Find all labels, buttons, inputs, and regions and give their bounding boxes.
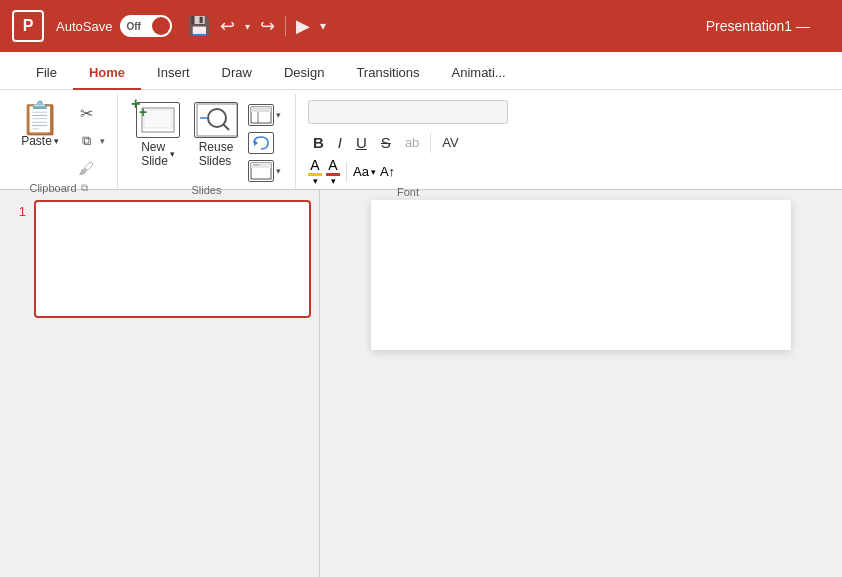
layout-svg [250, 106, 272, 124]
strikethrough-button[interactable]: S [376, 132, 396, 153]
svg-rect-1 [144, 110, 172, 128]
shadow-button[interactable]: ab [400, 133, 424, 152]
new-slide-dropdown-icon: ▾ [170, 149, 175, 159]
layout-buttons: ▾ ═══ [246, 98, 283, 184]
toggle-off-label: Off [126, 21, 140, 32]
save-icon[interactable]: 💾 [188, 15, 210, 37]
reuse-slides-svg [195, 102, 237, 138]
document-title: Presentation1 — [706, 18, 810, 34]
new-slide-icon: + [136, 102, 180, 138]
ribbon-content: 📋 Paste ▾ ✂ ⧉ ▾ 🖌 Cli [0, 90, 842, 190]
font-color-icon: A [328, 157, 337, 173]
section-svg: ═══ [250, 162, 272, 180]
autosave-label: AutoSave [56, 19, 112, 34]
font-group-label: Font Font [308, 186, 508, 200]
new-slide-button[interactable]: + NewSlide ▾ [130, 98, 186, 172]
slides-group: + NewSlide ▾ [118, 94, 296, 189]
section-button[interactable]: ═══ ▾ [246, 158, 283, 184]
undo-icon[interactable]: ↩ [220, 15, 235, 37]
font-color-button[interactable]: A ▾ [326, 157, 340, 186]
font-group: B I U S ab AV A ▾ A ▾ [296, 94, 520, 189]
increase-font-button[interactable]: A↑ [380, 164, 395, 179]
toolbar-separator [285, 16, 286, 36]
quick-access-toolbar: 💾 ↩ ▾ ↪ ▶ ▾ [188, 15, 326, 37]
font-buttons-row2: A ▾ A ▾ Aa ▾ A↑ [308, 157, 508, 186]
tab-home[interactable]: Home [73, 57, 141, 90]
slide-number: 1 [8, 200, 26, 219]
font-search-bar[interactable] [308, 100, 508, 124]
reuse-slides-button[interactable]: ReuseSlides [188, 98, 244, 172]
copy-icon: ⧉ [72, 128, 100, 154]
reuse-slides-label: ReuseSlides [199, 140, 234, 168]
paste-dropdown-icon: ▾ [54, 136, 59, 146]
font-size-dropdown-icon: ▾ [371, 167, 376, 177]
reset-svg [250, 134, 272, 152]
cut-icon: ✂ [72, 100, 100, 126]
paste-button[interactable]: 📋 Paste ▾ [12, 98, 68, 152]
clipboard-buttons: 📋 Paste ▾ ✂ ⧉ ▾ 🖌 [12, 98, 105, 182]
autosave-toggle[interactable]: Off [120, 15, 172, 37]
slides-group-label: Slides [130, 184, 283, 198]
char-spacing-button[interactable]: AV [437, 133, 463, 152]
reset-icon [248, 132, 274, 154]
undo-dropdown-icon[interactable]: ▾ [245, 21, 250, 32]
clipboard-small-buttons: ✂ ⧉ ▾ 🖌 [72, 98, 105, 182]
layout-icon [248, 104, 274, 126]
tab-insert[interactable]: Insert [141, 57, 206, 90]
layout-button[interactable]: ▾ [246, 102, 283, 128]
customize-qat-icon[interactable]: ▾ [320, 19, 326, 33]
tab-transitions[interactable]: Transitions [340, 57, 435, 90]
section-dropdown-icon: ▾ [276, 166, 281, 176]
font-separator-1 [430, 133, 431, 153]
layout-dropdown-icon: ▾ [276, 110, 281, 120]
slides-buttons: + NewSlide ▾ [130, 98, 283, 184]
font-size-icon: Aa [353, 164, 369, 179]
section-icon: ═══ [248, 160, 274, 182]
format-painter-icon: 🖌 [78, 160, 94, 178]
copy-dropdown-icon[interactable]: ▾ [100, 136, 105, 146]
redo-icon[interactable]: ↪ [260, 15, 275, 37]
increase-font-icon: A↑ [380, 164, 395, 179]
font-color-dropdown-icon: ▾ [331, 176, 336, 186]
italic-button[interactable]: I [333, 132, 347, 153]
cut-button[interactable]: ✂ [72, 100, 105, 126]
main-area: 1 [0, 190, 842, 577]
slide-panel: 1 [0, 190, 320, 577]
slide-canvas[interactable] [371, 200, 791, 350]
font-buttons: B I U S ab AV [308, 132, 508, 153]
tab-design[interactable]: Design [268, 57, 340, 90]
format-painter-button[interactable]: 🖌 [72, 156, 100, 182]
title-bar: P AutoSave Off 💾 ↩ ▾ ↪ ▶ ▾ Presentation1… [0, 0, 842, 52]
tab-animations[interactable]: Animati... [436, 57, 522, 90]
present-icon[interactable]: ▶ [296, 15, 310, 37]
bold-button[interactable]: B [308, 132, 329, 153]
toggle-knob [152, 17, 170, 35]
paste-label: Paste ▾ [21, 134, 59, 148]
paste-icon: 📋 [20, 102, 60, 134]
reset-button[interactable] [246, 130, 283, 156]
svg-marker-9 [254, 140, 258, 146]
tab-file[interactable]: File [20, 57, 73, 90]
copy-button[interactable]: ⧉ ▾ [72, 128, 105, 154]
clipboard-group-label: Clipboard ⧉ [12, 182, 105, 196]
svg-rect-7 [251, 107, 271, 112]
reuse-slides-icon [194, 102, 238, 138]
ribbon-tabs: File Home Insert Draw Design Transitions… [0, 52, 842, 90]
svg-text:═══: ═══ [252, 163, 260, 167]
tab-draw[interactable]: Draw [206, 57, 268, 90]
underline-button[interactable]: U [351, 132, 372, 153]
canvas-area [320, 190, 842, 577]
slide-thumbnail[interactable] [34, 200, 311, 318]
font-separator-2 [346, 162, 347, 182]
highlight-icon: A [310, 157, 319, 173]
highlight-color-button[interactable]: A ▾ [308, 157, 322, 186]
slide-thumb-row: 1 [8, 200, 311, 318]
clipboard-group: 📋 Paste ▾ ✂ ⧉ ▾ 🖌 Cli [0, 94, 118, 189]
clipboard-expand-icon[interactable]: ⧉ [81, 182, 88, 194]
new-slide-label: NewSlide ▾ [141, 140, 175, 168]
powerpoint-logo: P [12, 10, 44, 42]
highlight-dropdown-icon: ▾ [313, 176, 318, 186]
font-size-button[interactable]: Aa ▾ [353, 164, 376, 179]
